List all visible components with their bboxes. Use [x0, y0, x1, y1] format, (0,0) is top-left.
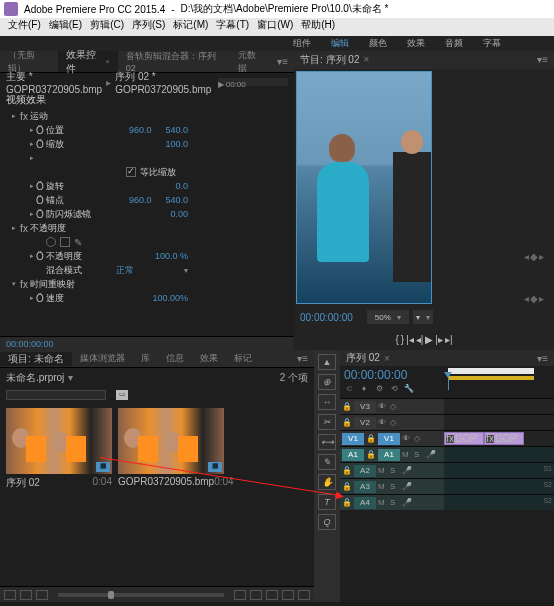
uniform-scale-checkbox[interactable]: [126, 167, 136, 177]
close-icon[interactable]: ×: [105, 57, 110, 66]
menu-sequence[interactable]: 序列(S): [128, 18, 169, 36]
go-in-button[interactable]: |◂: [406, 334, 414, 345]
effect-timecode[interactable]: 00:00:00:00: [6, 339, 54, 349]
menu-window[interactable]: 窗口(W): [253, 18, 297, 36]
opacity-header[interactable]: 不透明度: [30, 222, 66, 235]
mask-ellipse-icon[interactable]: [46, 237, 56, 247]
track-label[interactable]: V2: [354, 417, 376, 429]
new-item-icon[interactable]: [282, 590, 294, 600]
panel-menu-icon[interactable]: ▾≡: [537, 54, 548, 65]
search-input[interactable]: [6, 390, 106, 400]
ws-editing[interactable]: 编辑: [331, 37, 349, 50]
bin-item[interactable]: ▦ 序列 020:04: [6, 408, 112, 580]
fx-badge[interactable]: fx: [18, 111, 30, 122]
step-back-button[interactable]: ◂|: [416, 334, 424, 345]
panel-menu-icon[interactable]: ▾≡: [537, 353, 548, 364]
selection-tool[interactable]: ▲: [318, 354, 336, 370]
opacity-value[interactable]: 100.0 %: [155, 251, 188, 261]
mark-in-button[interactable]: {: [395, 334, 398, 345]
source-patch[interactable]: V1: [342, 433, 364, 445]
track-label[interactable]: A2: [354, 465, 376, 477]
anchor-x[interactable]: 960.0: [129, 195, 152, 205]
panel-menu-icon[interactable]: ▾≡: [271, 56, 294, 67]
marker-icon[interactable]: ♦: [359, 384, 369, 394]
hand-tool[interactable]: ✋: [318, 474, 336, 490]
stopwatch-icon[interactable]: Ö: [36, 125, 46, 136]
link-icon[interactable]: ⟲: [389, 384, 399, 394]
list-view-icon[interactable]: [4, 590, 16, 600]
ripple-tool[interactable]: ↔: [318, 394, 336, 410]
close-icon[interactable]: ×: [363, 54, 369, 65]
motion-header[interactable]: 运动: [30, 110, 48, 123]
menu-help[interactable]: 帮助(H): [297, 18, 339, 36]
trash-icon[interactable]: [298, 590, 310, 600]
add-kf-icon[interactable]: ◆: [530, 251, 538, 262]
zoom-select[interactable]: 50%: [367, 310, 409, 324]
tab-libraries[interactable]: 库: [133, 352, 158, 365]
new-bin-icon[interactable]: ▭: [116, 390, 128, 400]
bin-item[interactable]: ▦ GOPR03720905.bmp0:04: [118, 408, 224, 580]
wrench-icon[interactable]: 🔧: [404, 384, 414, 394]
tab-metadata[interactable]: 元数据: [230, 51, 271, 72]
timeline-ruler[interactable]: 00:00:00:05: [444, 366, 554, 398]
prev-kf-icon[interactable]: ◂: [524, 251, 529, 262]
source-patch[interactable]: A1: [342, 449, 364, 461]
find-icon[interactable]: [250, 590, 262, 600]
mask-rect-icon[interactable]: [60, 237, 70, 247]
menu-mark[interactable]: 标记(M): [169, 18, 212, 36]
project-file-crumb[interactable]: 未命名.prproj: [6, 371, 73, 385]
new-bin-icon[interactable]: [266, 590, 278, 600]
mask-pen-icon[interactable]: ✎: [74, 237, 84, 248]
menu-file[interactable]: 文件(F): [4, 18, 45, 36]
tab-effects[interactable]: 效果: [192, 352, 226, 365]
track-label[interactable]: A4: [354, 497, 376, 509]
type-tool[interactable]: T: [318, 494, 336, 510]
play-button[interactable]: ▶: [425, 334, 433, 345]
mark-out-button[interactable]: }: [401, 334, 404, 345]
solo-icon[interactable]: S: [414, 450, 424, 459]
ws-color[interactable]: 颜色: [369, 37, 387, 50]
ws-audio[interactable]: 音频: [445, 37, 463, 50]
lock-icon[interactable]: 🔒: [342, 402, 352, 411]
project-bins[interactable]: ▦ 序列 020:04 ▦ GOPR03720905.bmp0:04: [0, 402, 314, 586]
flicker-value[interactable]: 0.00: [170, 209, 188, 219]
mute-icon[interactable]: M: [402, 450, 412, 459]
program-timecode[interactable]: 00:00:00:00: [300, 312, 353, 323]
resolution-select[interactable]: ▾: [413, 310, 433, 324]
razor-tool[interactable]: ✂: [318, 414, 336, 430]
ws-assembly[interactable]: 组件: [293, 37, 311, 50]
track-label[interactable]: A3: [354, 481, 376, 493]
track-label[interactable]: V1: [378, 433, 400, 445]
icon-view-icon[interactable]: [20, 590, 32, 600]
speed-value[interactable]: 100.00%: [152, 293, 188, 303]
track-label[interactable]: A1: [378, 449, 400, 461]
panel-menu-icon[interactable]: ▾≡: [291, 353, 314, 364]
zoom-tool[interactable]: Q: [318, 514, 336, 530]
blend-dropdown[interactable]: 正常: [116, 264, 188, 277]
tab-info[interactable]: 信息: [158, 352, 192, 365]
snap-icon[interactable]: ⊂: [344, 384, 354, 394]
thumb-size-slider[interactable]: [58, 593, 224, 597]
timeline-tab[interactable]: 序列 02: [346, 351, 380, 365]
sort-icon[interactable]: [234, 590, 246, 600]
program-tab[interactable]: 节目: 序列 02: [300, 53, 359, 67]
close-icon[interactable]: ×: [384, 353, 390, 364]
track-select-tool[interactable]: ⊕: [318, 374, 336, 390]
ws-titles[interactable]: 字幕: [483, 37, 501, 50]
step-fwd-button[interactable]: |▸: [435, 334, 443, 345]
video-clip[interactable]: fxGOP: [484, 432, 524, 445]
eye-icon[interactable]: 👁: [378, 402, 388, 411]
rotation-value[interactable]: 0.0: [175, 181, 188, 191]
scale-value[interactable]: 100.0: [165, 139, 188, 149]
position-y[interactable]: 540.0: [165, 125, 188, 135]
video-clip[interactable]: fxGOP: [444, 432, 484, 445]
slip-tool[interactable]: ⟷: [318, 434, 336, 450]
freeform-view-icon[interactable]: [36, 590, 48, 600]
work-area-bar[interactable]: [448, 368, 534, 374]
track-label[interactable]: V3: [354, 401, 376, 413]
position-x[interactable]: 960.0: [129, 125, 152, 135]
pen-tool[interactable]: ✎: [318, 454, 336, 470]
next-kf-icon[interactable]: ▸: [539, 251, 544, 262]
track-content[interactable]: fxGOP fxGOP: [444, 431, 554, 446]
menu-clip[interactable]: 剪辑(C): [86, 18, 128, 36]
